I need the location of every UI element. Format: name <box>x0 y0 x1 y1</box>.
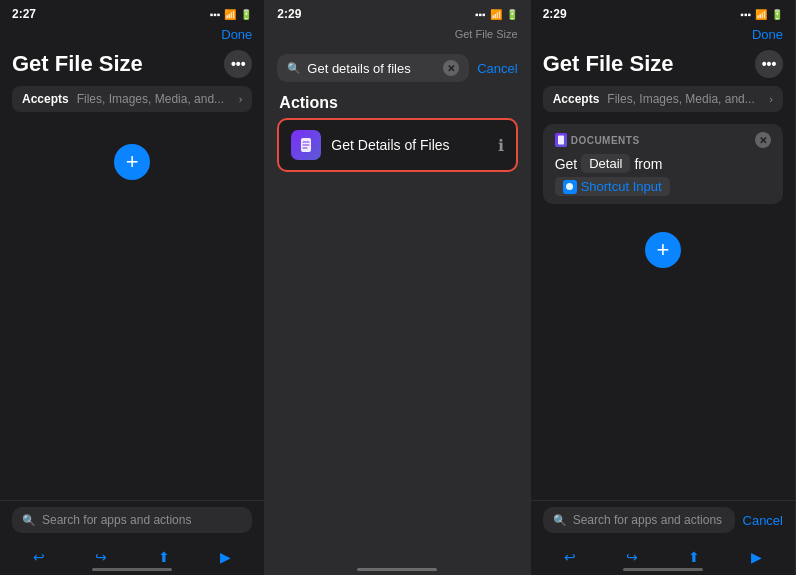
shortcut-text: Shortcut Input <box>581 179 662 194</box>
right-undo-icon[interactable]: ↩ <box>564 549 576 565</box>
signal-icon: ▪▪▪ <box>210 9 221 20</box>
chevron-right-icon-right: › <box>769 93 773 105</box>
shortcut-input-badge[interactable]: Shortcut Input <box>555 177 670 196</box>
middle-sheet-title: Get File Size <box>455 28 518 40</box>
middle-status-icons: ▪▪▪ 📶 🔋 <box>475 9 518 20</box>
right-accepts-bar: Accepts Files, Images, Media, and... › <box>543 86 783 112</box>
left-accepts-bar: Accepts Files, Images, Media, and... › <box>12 86 252 112</box>
doc-action-card: DOCUMENTS ✕ Get Detail from Shortcut Inp… <box>543 124 783 204</box>
doc-badge-text: DOCUMENTS <box>571 135 640 146</box>
right-time: 2:29 <box>543 7 567 21</box>
left-search-box[interactable]: 🔍 Search for apps and actions <box>12 507 252 533</box>
right-accepts-label: Accepts <box>553 92 600 106</box>
doc-badge: DOCUMENTS <box>555 133 640 147</box>
wifi-icon-right: 📶 <box>755 9 767 20</box>
left-panel: 2:27 ▪▪▪ 📶 🔋 Done Get File Size ••• Acce… <box>0 0 265 575</box>
left-add-button[interactable]: + <box>114 144 150 180</box>
share-icon[interactable]: ⬆ <box>158 549 170 565</box>
left-panel-title: Get File Size <box>12 51 143 77</box>
right-status-icons: ▪▪▪ 📶 🔋 <box>740 9 783 20</box>
right-redo-icon[interactable]: ↪ <box>626 549 638 565</box>
get-details-action-item[interactable]: Get Details of Files ℹ <box>277 118 517 172</box>
left-search-placeholder: Search for apps and actions <box>42 513 191 527</box>
right-play-icon[interactable]: ▶ <box>751 549 762 565</box>
info-icon[interactable]: ℹ <box>498 136 504 155</box>
actions-section-title: Actions <box>265 86 529 118</box>
left-done-button[interactable]: Done <box>221 27 252 42</box>
right-header: Done <box>531 24 795 46</box>
right-bottom-search-bar: 🔍 Search for apps and actions Cancel <box>531 500 795 539</box>
left-bottom-search-bar: 🔍 Search for apps and actions <box>0 500 264 539</box>
wifi-icon: 📶 <box>224 9 236 20</box>
right-add-container: + <box>531 212 795 288</box>
right-title-row: Get File Size ••• <box>531 46 795 86</box>
battery-icon-mid: 🔋 <box>506 9 518 20</box>
signal-icon-mid: ▪▪▪ <box>475 9 486 20</box>
middle-panel: 2:29 ▪▪▪ 📶 🔋 Get File Size 🔍 Get details… <box>265 0 530 575</box>
battery-icon-right: 🔋 <box>771 9 783 20</box>
middle-cancel-button[interactable]: Cancel <box>477 61 517 76</box>
left-home-indicator <box>92 568 172 571</box>
right-search-box[interactable]: 🔍 Search for apps and actions <box>543 507 735 533</box>
right-more-button[interactable]: ••• <box>755 50 783 78</box>
wifi-icon-mid: 📶 <box>490 9 502 20</box>
right-share-icon[interactable]: ⬆ <box>688 549 700 565</box>
redo-icon[interactable]: ↪ <box>95 549 107 565</box>
battery-icon: 🔋 <box>240 9 252 20</box>
shortcut-icon <box>563 180 577 194</box>
right-done-button[interactable]: Done <box>752 27 783 42</box>
left-status-bar: 2:27 ▪▪▪ 📶 🔋 <box>0 0 264 24</box>
middle-home-indicator <box>357 568 437 571</box>
right-add-button[interactable]: + <box>645 232 681 268</box>
chevron-right-icon: › <box>239 93 243 105</box>
right-status-bar: 2:29 ▪▪▪ 📶 🔋 <box>531 0 795 24</box>
doc-badge-icon <box>555 133 567 147</box>
left-add-container: + <box>0 124 264 200</box>
play-icon[interactable]: ▶ <box>220 549 231 565</box>
middle-search-header: 🔍 Get details of files ✕ Cancel <box>265 46 529 86</box>
right-cancel-link[interactable]: Cancel <box>743 513 783 528</box>
left-header: Done <box>0 24 264 46</box>
undo-icon[interactable]: ↩ <box>33 549 45 565</box>
doc-close-button[interactable]: ✕ <box>755 132 771 148</box>
action-doc-icon <box>291 130 321 160</box>
signal-icon-right: ▪▪▪ <box>740 9 751 20</box>
left-status-icons: ▪▪▪ 📶 🔋 <box>210 9 253 20</box>
right-panel-title: Get File Size <box>543 51 674 77</box>
right-accepts-value: Files, Images, Media, and... <box>607 92 761 106</box>
middle-search-input[interactable]: 🔍 Get details of files ✕ <box>277 54 469 82</box>
left-title-row: Get File Size ••• <box>0 46 264 86</box>
middle-search-value: Get details of files <box>307 61 437 76</box>
left-accepts-value: Files, Images, Media, and... <box>77 92 231 106</box>
search-icon: 🔍 <box>22 514 36 527</box>
right-panel: 2:29 ▪▪▪ 📶 🔋 Done Get File Size ••• Acce… <box>531 0 796 575</box>
svg-rect-1 <box>558 136 564 145</box>
action-from-text: from <box>634 156 662 172</box>
right-search-placeholder: Search for apps and actions <box>573 513 722 527</box>
action-item-label: Get Details of Files <box>331 137 487 153</box>
search-clear-button[interactable]: ✕ <box>443 60 459 76</box>
middle-time: 2:29 <box>277 7 301 21</box>
right-home-indicator <box>623 568 703 571</box>
svg-point-2 <box>566 183 573 190</box>
action-detail-button[interactable]: Detail <box>581 154 630 173</box>
middle-status-bar: 2:29 ▪▪▪ 📶 🔋 <box>265 0 529 24</box>
doc-action-header: DOCUMENTS ✕ <box>555 132 771 148</box>
action-get-text: Get <box>555 156 578 172</box>
left-more-button[interactable]: ••• <box>224 50 252 78</box>
left-time: 2:27 <box>12 7 36 21</box>
left-accepts-label: Accepts <box>22 92 69 106</box>
doc-action-body: Get Detail from Shortcut Input <box>555 154 771 196</box>
search-icon-mid: 🔍 <box>287 62 301 75</box>
middle-header: Get File Size <box>265 24 529 46</box>
search-icon-right: 🔍 <box>553 514 567 527</box>
